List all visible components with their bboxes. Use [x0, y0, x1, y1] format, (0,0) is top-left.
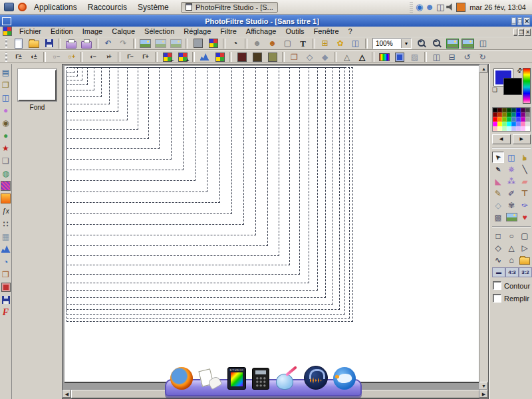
zoom-in-button[interactable]: +: [414, 37, 430, 50]
menu-image[interactable]: Image: [78, 27, 108, 36]
capture-icon[interactable]: [1, 281, 11, 293]
palette-color[interactable]: [516, 108, 521, 112]
palette-color[interactable]: [507, 126, 511, 131]
texture-icon[interactable]: [1, 180, 11, 192]
flip-horizontal-button[interactable]: ◫: [429, 51, 444, 64]
menu-calque[interactable]: Calque: [107, 27, 140, 36]
zoom-auto-button[interactable]: [445, 37, 460, 50]
tool-artistic[interactable]: ♥: [519, 211, 531, 223]
load-selection-button[interactable]: [519, 254, 531, 265]
open-button[interactable]: [26, 37, 41, 50]
panel-menu-raccourcis[interactable]: Raccourcis: [82, 1, 132, 13]
background-color-swatch[interactable]: [503, 78, 522, 95]
palette-color[interactable]: [497, 108, 502, 112]
mosaic-khaki-button[interactable]: [265, 51, 280, 64]
reinforce-button[interactable]: △: [354, 51, 370, 64]
scroll-right-arrow[interactable]: ▶: [479, 390, 488, 398]
histogram-button[interactable]: [197, 51, 212, 64]
mdi-close-button[interactable]: ✕: [525, 29, 531, 36]
contour-checkbox[interactable]: [493, 281, 501, 290]
tool-arrow[interactable]: ➤: [492, 152, 504, 163]
photomask-color-button[interactable]: ☻: [265, 37, 280, 50]
plugins-button[interactable]: ✿: [332, 37, 348, 50]
timer-button[interactable]: ◔: [227, 37, 243, 50]
audacity-dock-icon[interactable]: [304, 366, 328, 390]
menu-?[interactable]: ?: [344, 27, 357, 36]
photofiltre-studio-dock-icon[interactable]: [227, 367, 246, 390]
tool-line[interactable]: ╲: [519, 164, 531, 175]
manual-size-button[interactable]: ▬: [492, 267, 505, 277]
explorer-tree-button[interactable]: ⊞: [317, 37, 332, 50]
menu-fichier[interactable]: Fichier: [15, 27, 46, 36]
transparency-button[interactable]: ▨: [407, 51, 422, 64]
volume-tray-icon[interactable]: [446, 3, 454, 11]
zoom-out-button[interactable]: −: [430, 37, 445, 50]
shape-polygon[interactable]: ⌂: [505, 254, 517, 265]
palette-color[interactable]: [497, 122, 502, 126]
menu-fentre[interactable]: Fenêtre: [309, 27, 344, 36]
save-2003-icon[interactable]: [1, 294, 11, 305]
minimize-button[interactable]: _: [511, 17, 516, 25]
palette-color[interactable]: [507, 122, 511, 126]
package-icon[interactable]: [3, 2, 14, 13]
palette-color[interactable]: [521, 117, 525, 122]
panel-menu-système[interactable]: Système: [132, 1, 174, 13]
gradient-button[interactable]: [376, 51, 392, 64]
mosaic-brown-button[interactable]: [249, 51, 265, 64]
maximize-button[interactable]: □: [517, 17, 522, 25]
palette-color[interactable]: [502, 117, 507, 122]
menu-rglage[interactable]: Réglage: [179, 27, 215, 36]
tool-eraser[interactable]: ▰: [519, 176, 531, 187]
shape-rectangle[interactable]: □: [492, 230, 504, 241]
brightness-plus-button[interactable]: ☼+: [63, 51, 78, 64]
soften-button[interactable]: △: [339, 51, 354, 64]
gamma-minus-button[interactable]: Γ−: [122, 51, 138, 64]
grid-icon[interactable]: ▦: [1, 231, 11, 242]
palette-next-button[interactable]: ▶: [513, 134, 531, 144]
web-icon[interactable]: ◍: [1, 168, 11, 179]
palette-color[interactable]: [502, 126, 507, 131]
ubuntu-logo-icon[interactable]: [17, 2, 27, 13]
palette-color[interactable]: [525, 126, 530, 131]
fullscreen-button[interactable]: ◫: [475, 37, 491, 50]
gradient-icon[interactable]: [1, 193, 11, 204]
palette-color[interactable]: [507, 117, 511, 122]
palette-color[interactable]: [493, 126, 497, 131]
firefox-dock-icon[interactable]: [170, 367, 193, 390]
undo-button[interactable]: ↶: [100, 37, 116, 50]
globe-icon[interactable]: ●: [1, 130, 11, 141]
vertical-scrollbar[interactable]: ▲ ▼: [479, 65, 488, 390]
duplicate-image-button[interactable]: [168, 37, 184, 50]
palette-color[interactable]: [511, 112, 516, 117]
saturation-plus-button[interactable]: +: [175, 51, 190, 64]
text-button[interactable]: T: [295, 37, 311, 50]
palette-color[interactable]: [502, 112, 507, 117]
brightness-minus-button[interactable]: ☼−: [48, 51, 63, 64]
palette-color[interactable]: [525, 122, 530, 126]
tool-brush[interactable]: ✎: [492, 188, 504, 199]
copy-layers-icon[interactable]: ❐: [1, 79, 11, 90]
image-explorer-button[interactable]: ◫: [348, 37, 363, 50]
page-icon[interactable]: ❏: [1, 155, 11, 166]
blur-button[interactable]: ◇: [302, 51, 317, 64]
palette-color[interactable]: [493, 108, 497, 112]
palette-color[interactable]: [521, 126, 525, 131]
palette-color[interactable]: [516, 122, 521, 126]
tool-magic-wand[interactable]: ✵: [505, 164, 517, 175]
auto-levels-button[interactable]: Γ±: [11, 51, 26, 64]
reset-colors-icon[interactable]: ❏: [492, 86, 497, 93]
star-icon[interactable]: ★: [1, 142, 11, 154]
network-tray-icon[interactable]: ◫: [436, 3, 444, 11]
photomask-button[interactable]: ☻: [249, 37, 265, 50]
palette-color[interactable]: [507, 108, 511, 112]
scroll-left-arrow[interactable]: ◀: [63, 390, 71, 398]
palette-color[interactable]: [521, 112, 525, 117]
tool-blur[interactable]: ◇: [492, 200, 504, 211]
ratio-4-3-button[interactable]: 4:3: [505, 267, 519, 277]
shape-lasso[interactable]: ∿: [492, 254, 504, 265]
transparent-color-button[interactable]: [190, 37, 205, 50]
palette-color[interactable]: [525, 108, 530, 112]
palette-color[interactable]: [521, 122, 525, 126]
contrast-minus-button[interactable]: ◐−: [85, 51, 100, 64]
page-curl-button[interactable]: ❐: [287, 51, 302, 64]
